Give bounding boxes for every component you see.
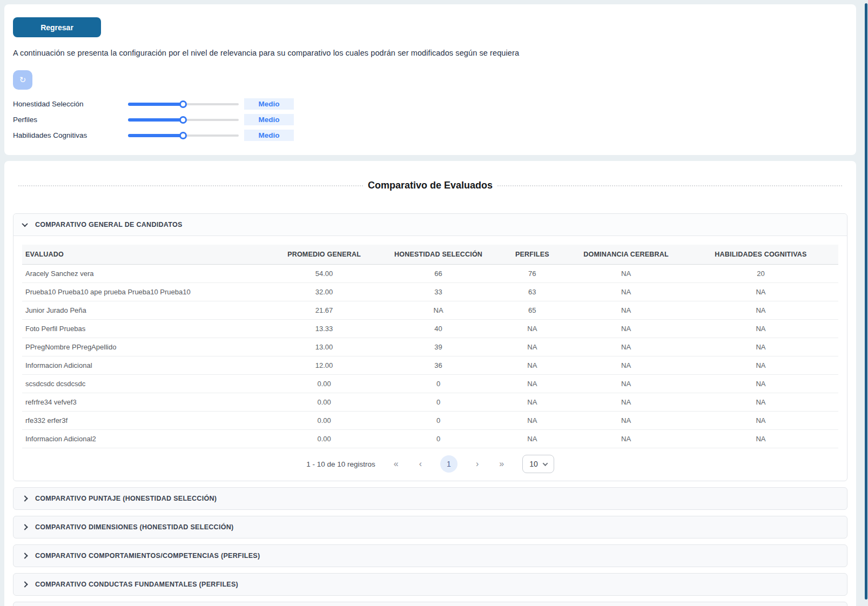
score-cell: 12.00 bbox=[267, 356, 381, 375]
prev-page-icon[interactable]: ‹ bbox=[417, 458, 424, 470]
score-cell: 0.00 bbox=[267, 375, 381, 393]
chevron-right-icon bbox=[22, 524, 28, 530]
collapsed-accordion-list: COMPARATIVO PUNTAJE (HONESTIDAD SELECCIÓ… bbox=[13, 487, 847, 606]
table-row: Informacion Adicional20.000NANANA bbox=[22, 430, 838, 448]
score-cell: NA bbox=[569, 393, 683, 412]
score-cell: NA bbox=[495, 430, 569, 448]
score-cell: 0 bbox=[381, 393, 496, 412]
page-size-select[interactable]: 10 bbox=[522, 455, 554, 473]
table-row: scsdcsdc dcsdcsdc0.000NANANA bbox=[22, 375, 838, 393]
score-cell: NA bbox=[495, 412, 569, 430]
score-cell: 21.67 bbox=[267, 301, 381, 320]
score-cell: 0.00 bbox=[267, 430, 381, 448]
accordion-general-candidatos: COMPARATIVO GENERAL DE CANDIDATOS EVALUA… bbox=[13, 213, 847, 481]
slider-value-badge: Medio bbox=[244, 130, 294, 141]
table-header-row: EVALUADOPROMEDIO GENERALHONESTIDAD SELEC… bbox=[22, 245, 838, 265]
table-row: Informacion Adicional12.0036NANANA bbox=[22, 356, 838, 375]
score-cell: NA bbox=[683, 430, 838, 448]
score-cell: NA bbox=[495, 320, 569, 338]
accordion-general-body: EVALUADOPROMEDIO GENERALHONESTIDAD SELEC… bbox=[14, 236, 847, 481]
score-cell: 39 bbox=[381, 338, 496, 356]
accordion-header[interactable]: COMPARATIVO DIMENSIONES (HONESTIDAD SELE… bbox=[14, 516, 847, 538]
score-cell: 65 bbox=[495, 301, 569, 320]
score-cell: NA bbox=[381, 301, 496, 320]
title-rule-right bbox=[497, 185, 842, 186]
table-row: rfe332 erfer3f0.000NANANA bbox=[22, 412, 838, 430]
chevron-down-icon bbox=[22, 221, 28, 227]
evaluado-cell: rfe332 erfer3f bbox=[22, 412, 267, 430]
accordion-header[interactable]: COMPARATIVO PUNTAJE (HONESTIDAD SELECCIÓ… bbox=[14, 488, 847, 509]
pagination: 1 - 10 de 10 registros « ‹ 1 › » 10 bbox=[22, 455, 838, 473]
score-cell: 0 bbox=[381, 375, 496, 393]
relevance-slider[interactable] bbox=[128, 116, 239, 124]
refresh-button[interactable]: ↻ bbox=[13, 70, 32, 90]
table-row: Foto Perfil Pruebas13.3340NANANA bbox=[22, 320, 838, 338]
relevance-slider[interactable] bbox=[128, 131, 239, 140]
accordion-header[interactable]: COMPARATIVO COMPORTAMIENTOS/COMPETENCIAS… bbox=[14, 545, 847, 567]
score-cell: NA bbox=[495, 338, 569, 356]
table-row: refrfre34 vefvef30.000NANANA bbox=[22, 393, 838, 412]
first-page-icon[interactable]: « bbox=[392, 458, 401, 470]
slider-fill bbox=[128, 134, 184, 137]
score-cell: NA bbox=[569, 265, 683, 283]
accordion-collapsed: COMPARATIVO PUNTAJE (HONESTIDAD SELECCIÓ… bbox=[13, 487, 847, 510]
evaluado-cell: PPregNombre PPregApellido bbox=[22, 338, 267, 356]
score-cell: NA bbox=[495, 393, 569, 412]
current-page-button[interactable]: 1 bbox=[440, 455, 457, 473]
score-cell: NA bbox=[683, 283, 838, 301]
page: Regresar A continuación se presenta la c… bbox=[0, 0, 868, 606]
accordion-title: COMPARATIVO PUNTAJE (HONESTIDAD SELECCIÓ… bbox=[35, 495, 217, 502]
slider-handle[interactable] bbox=[179, 132, 187, 139]
table-body: Aracely Sanchez vera54.006676NA20Prueba1… bbox=[22, 265, 838, 448]
column-header: EVALUADO bbox=[22, 245, 267, 265]
column-header: HABILIDADES COGNITIVAS bbox=[683, 245, 838, 265]
score-cell: NA bbox=[569, 338, 683, 356]
evaluado-cell: Informacion Adicional bbox=[22, 356, 267, 375]
score-cell: 33 bbox=[381, 283, 496, 301]
slider-handle[interactable] bbox=[179, 100, 187, 108]
score-cell: NA bbox=[495, 375, 569, 393]
vertical-scrollbar[interactable] bbox=[865, 3, 867, 600]
accordion-collapsed: COMPARATIVO CONDUCTAS FUNDAMENTALES (PER… bbox=[13, 573, 847, 596]
score-cell: 0.00 bbox=[267, 393, 381, 412]
accordion-header[interactable]: COMPARATIVO PUNTAJE Y COEFICIENTE INTELE… bbox=[14, 602, 847, 606]
score-cell: NA bbox=[683, 412, 838, 430]
accordion-general-header[interactable]: COMPARATIVO GENERAL DE CANDIDATOS bbox=[14, 214, 847, 236]
score-cell: NA bbox=[495, 356, 569, 375]
accordion-header[interactable]: COMPARATIVO CONDUCTAS FUNDAMENTALES (PER… bbox=[14, 574, 847, 595]
score-cell: NA bbox=[569, 356, 683, 375]
column-header: HONESTIDAD SELECCIÓN bbox=[381, 245, 496, 265]
title-rule-left bbox=[18, 185, 363, 186]
slider-row: Honestidad Selección Medio bbox=[13, 96, 847, 112]
score-cell: NA bbox=[683, 338, 838, 356]
accordion-collapsed: COMPARATIVO COMPORTAMIENTOS/COMPETENCIAS… bbox=[13, 544, 847, 567]
table-row: Aracely Sanchez vera54.006676NA20 bbox=[22, 265, 838, 283]
last-page-icon[interactable]: » bbox=[497, 458, 506, 470]
score-cell: NA bbox=[683, 356, 838, 375]
relevance-slider[interactable] bbox=[128, 100, 239, 109]
score-cell: 0.00 bbox=[267, 412, 381, 430]
refresh-icon: ↻ bbox=[19, 75, 26, 85]
evaluado-cell: scsdcsdc dcsdcsdc bbox=[22, 375, 267, 393]
score-cell: NA bbox=[569, 283, 683, 301]
evaluado-cell: Foto Perfil Pruebas bbox=[22, 320, 267, 338]
chevron-right-icon bbox=[22, 581, 28, 587]
score-cell: NA bbox=[683, 301, 838, 320]
score-cell: NA bbox=[683, 393, 838, 412]
column-header: DOMINANCIA CEREBRAL bbox=[569, 245, 683, 265]
relevance-config-card: Regresar A continuación se presenta la c… bbox=[4, 4, 856, 155]
candidates-table: EVALUADOPROMEDIO GENERALHONESTIDAD SELEC… bbox=[22, 245, 838, 448]
accordion-title: COMPARATIVO CONDUCTAS FUNDAMENTALES (PER… bbox=[35, 581, 238, 588]
score-cell: 0 bbox=[381, 412, 496, 430]
evaluado-cell: Junior Jurado Peña bbox=[22, 301, 267, 320]
evaluado-cell: Informacion Adicional2 bbox=[22, 430, 267, 448]
slider-row: Habilidades Cognitivas Medio bbox=[13, 127, 847, 143]
back-button[interactable]: Regresar bbox=[13, 17, 101, 37]
evaluado-cell: refrfre34 vefvef3 bbox=[22, 393, 267, 412]
next-page-icon[interactable]: › bbox=[474, 458, 481, 470]
slider-handle[interactable] bbox=[179, 116, 187, 124]
score-cell: NA bbox=[569, 412, 683, 430]
score-cell: 76 bbox=[495, 265, 569, 283]
page-title: Comparativo de Evaluados bbox=[368, 180, 493, 191]
score-cell: 66 bbox=[381, 265, 496, 283]
